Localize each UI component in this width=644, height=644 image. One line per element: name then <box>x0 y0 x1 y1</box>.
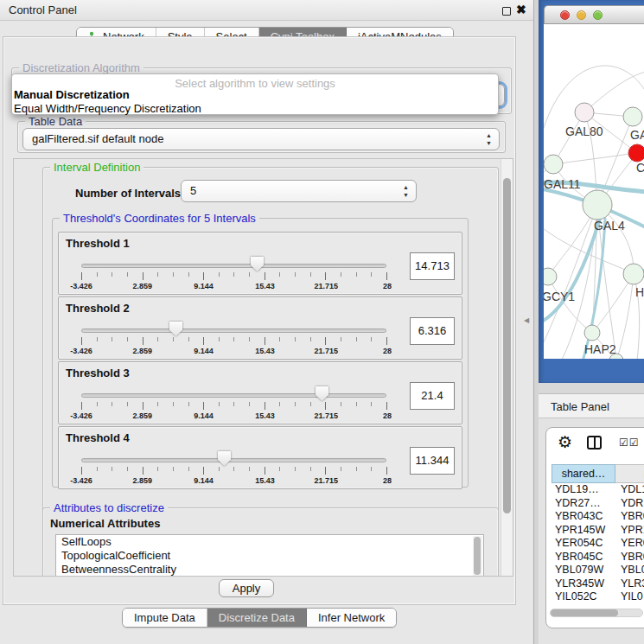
node-gal80[interactable] <box>575 103 594 122</box>
table-data-combobox[interactable]: galFiltered.sif default node ▲▼ <box>22 128 500 150</box>
threshold-4-slider-thumb[interactable] <box>218 451 231 466</box>
column-header-shared-name[interactable]: shared… <box>552 464 615 483</box>
threshold-2-label: Threshold 2 <box>66 302 130 315</box>
apply-button[interactable]: Apply <box>219 579 274 597</box>
threshold-2-slider-thumb[interactable] <box>169 322 182 336</box>
node-table: shared… na YDL19…YDL1 YDR27…YDR2 YBR043C… <box>552 464 644 628</box>
control-panel-titlebar: Control Panel ✖ <box>0 0 533 21</box>
settings-scrollpane: Interval Definition Number of Intervals … <box>13 158 513 577</box>
threshold-3-value-field[interactable]: 21.4 <box>410 382 455 410</box>
scale-label: 2.859 <box>133 347 153 355</box>
node-label-gcy1: GCY1 <box>544 290 575 303</box>
split-columns-icon[interactable] <box>587 436 602 450</box>
node-gal4[interactable] <box>583 190 612 220</box>
node-right-h[interactable] <box>623 264 644 284</box>
threshold-2-value-field[interactable]: 6.316 <box>410 317 455 345</box>
attributes-group-title: Attributes to discretize <box>50 501 168 514</box>
major-ticks <box>81 402 387 410</box>
number-of-intervals-combobox[interactable]: 5 ▲▼ <box>181 180 417 202</box>
network-window-titlebar[interactable] <box>544 5 644 24</box>
algorithm-option-equal-width[interactable]: Equal Width/Frequency Discretization <box>14 102 201 115</box>
settings-vertical-scrollbar[interactable] <box>501 159 513 576</box>
numerical-attributes-label: Numerical Attributes <box>50 517 160 530</box>
minimize-traffic-light-icon[interactable] <box>577 10 586 20</box>
node-label-partial-c: C <box>636 161 644 175</box>
threshold-1-slider-track[interactable] <box>81 264 386 268</box>
zoom-traffic-light-icon[interactable] <box>593 10 603 20</box>
scale-label: 28 <box>383 476 392 485</box>
threshold-4-value-field[interactable]: 11.344 <box>410 447 455 475</box>
node-label-partial-top-right: GA <box>630 128 644 142</box>
threshold-3-slider-thumb[interactable] <box>316 386 328 401</box>
table-row[interactable]: YER054CYER0 <box>552 537 644 551</box>
major-ticks <box>81 272 387 280</box>
discretization-algorithm-group-title: Discretization Algorithm <box>19 61 143 74</box>
table-panel-card: ⚙ ☑☑ shared… na YDL19…YDL1 YDR27…YDR2 YB… <box>545 427 644 628</box>
node-gcy1[interactable] <box>544 268 557 285</box>
tab-discretize-data[interactable]: Discretize Data <box>207 609 307 627</box>
scale-label: -3.426 <box>70 347 92 355</box>
table-panel-header: Table Panel <box>539 393 644 418</box>
table-row[interactable]: YDR27…YDR2 <box>552 497 644 511</box>
panel-divider-collapse-icon[interactable]: ◀ <box>524 316 529 324</box>
scale-label: 9.144 <box>194 411 214 420</box>
table-row[interactable]: YBR045CYBR0 <box>552 551 644 564</box>
tab-infer-network[interactable]: Infer Network <box>307 609 396 627</box>
threshold-1-slider-thumb[interactable] <box>251 257 264 271</box>
node-gal11[interactable] <box>544 155 563 174</box>
threshold-3-slider-track[interactable] <box>81 393 386 398</box>
list-item[interactable]: SelfLoops <box>56 535 483 549</box>
threshold-4-slider-track[interactable] <box>81 458 386 462</box>
list-item[interactable]: BetweennessCentrality <box>56 563 483 577</box>
scale-label: 15.43 <box>255 411 275 420</box>
network-canvas[interactable]: GAL80 GA C GAL11 GAL4 GCY1 H HAP2 <box>544 24 644 359</box>
major-ticks <box>81 337 387 345</box>
number-of-intervals-label: Number of Intervals <box>75 187 181 200</box>
threshold-2-slider-track[interactable] <box>81 328 386 333</box>
table-data-value: galFiltered.sif default node <box>32 132 163 145</box>
scale-label: 9.144 <box>194 476 214 485</box>
list-item[interactable]: TopologicalCoefficient <box>56 549 483 563</box>
node-top-right[interactable] <box>623 107 642 126</box>
algorithm-dropdown-popup: Select algorithm to view settings Manual… <box>11 73 499 115</box>
control-panel-title: Control Panel <box>9 3 77 16</box>
table-row[interactable]: YIL052CYIL0 <box>552 590 644 604</box>
table-row[interactable]: YBR043CYBR0 <box>552 510 644 524</box>
interval-definition-title: Interval Definition <box>50 161 143 174</box>
algorithm-option-manual[interactable]: Manual Discretization <box>14 88 130 101</box>
table-header-row: shared… na <box>552 464 644 483</box>
list-scrollbar[interactable] <box>473 536 482 577</box>
table-row[interactable]: YPR145WYPR1 <box>552 524 644 538</box>
table-row[interactable]: YDL19…YDL1 <box>552 483 644 497</box>
threshold-3-scale: -3.426 2.859 9.144 15.43 21.715 28 <box>81 402 387 423</box>
threshold-3-label: Threshold 3 <box>66 367 130 379</box>
scale-label: 2.859 <box>133 476 153 485</box>
threshold-4-label: Threshold 4 <box>66 431 130 444</box>
select-columns-checkbox-icons[interactable]: ☑☑ <box>619 437 640 449</box>
close-icon[interactable]: ✖ <box>516 3 526 16</box>
numerical-attributes-list[interactable]: SelfLoops TopologicalCoefficient Between… <box>55 534 484 577</box>
scale-label: 15.43 <box>255 282 275 290</box>
table-horizontal-scrollbar[interactable] <box>550 609 643 617</box>
node-hap2[interactable] <box>584 325 600 341</box>
gear-icon[interactable]: ⚙ <box>558 432 572 452</box>
scale-label: 21.715 <box>314 411 338 420</box>
scale-label: 2.859 <box>133 282 153 290</box>
close-traffic-light-icon[interactable] <box>560 10 570 20</box>
float-window-icon[interactable] <box>502 7 511 16</box>
node-red-selected[interactable] <box>628 144 644 162</box>
node-label-hap2: HAP2 <box>584 342 616 356</box>
column-header-name[interactable]: na <box>615 464 644 483</box>
scale-label: 21.715 <box>314 347 338 355</box>
threshold-1-value-field[interactable]: 14.713 <box>410 252 455 280</box>
table-row[interactable]: YLR345WYLR3 <box>552 577 644 591</box>
scale-label: -3.426 <box>70 282 92 290</box>
table-row[interactable]: YBL079WYBL0 <box>552 564 644 577</box>
scale-label: 15.43 <box>255 347 275 355</box>
threshold-4-panel: Threshold 4 -3.426 2.859 9.144 15.43 21.… <box>58 426 462 489</box>
scrollbar-thumb[interactable] <box>503 178 511 513</box>
control-panel-window: Control Panel ✖ Network Style Select Cyn… <box>0 0 534 644</box>
tab-impute-data[interactable]: Impute Data <box>123 609 207 627</box>
network-view-window: GAL80 GA C GAL11 GAL4 GCY1 H HAP2 <box>539 0 644 383</box>
table-panel-title: Table Panel <box>551 400 609 413</box>
